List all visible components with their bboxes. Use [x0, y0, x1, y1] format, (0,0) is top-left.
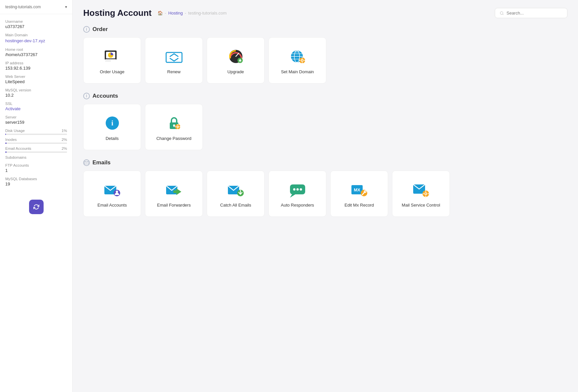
- search-input[interactable]: [506, 11, 562, 16]
- breadcrumb: 🏠 - Hosting - testing-tutorials.com: [158, 11, 227, 16]
- upgrade-icon: [226, 48, 246, 65]
- svg-rect-21: [302, 57, 303, 58]
- svg-rect-59: [425, 191, 426, 192]
- sidebar-mysql-db-label: MySQL Databases: [5, 177, 67, 181]
- svg-text:MX: MX: [354, 187, 360, 192]
- sidebar-webserver-label: Web Server: [5, 75, 67, 79]
- domain-selector-label: testing-tutorials.com: [5, 5, 41, 9]
- catch-all-emails-label: Catch All Emails: [220, 203, 251, 208]
- refresh-button[interactable]: [29, 200, 44, 214]
- card-catch-all-emails[interactable]: Catch All Emails: [207, 171, 265, 217]
- auto-responders-svg: [289, 182, 307, 198]
- breadcrumb-home-icon[interactable]: 🏠: [158, 11, 163, 16]
- svg-point-40: [116, 190, 118, 193]
- sidebar-mysql-db-field: MySQL Databases 19: [5, 177, 67, 186]
- domain-selector-chevron: ▾: [65, 5, 67, 9]
- emails-info-icon: [83, 159, 90, 166]
- order-info-icon: i: [83, 26, 90, 33]
- search-box[interactable]: [495, 8, 567, 18]
- breadcrumb-domain: testing-tutorials.com: [188, 11, 227, 16]
- accounts-section-header: i Accounts: [83, 93, 567, 99]
- card-upgrade[interactable]: Upgrade: [207, 37, 265, 83]
- mail-service-control-svg: [412, 181, 430, 198]
- svg-line-1: [503, 14, 503, 15]
- details-svg: i: [104, 115, 121, 131]
- accounts-section-title: Accounts: [92, 93, 118, 99]
- order-usage-icon: [102, 48, 122, 65]
- sidebar-username-field: Username u3737267: [5, 19, 67, 29]
- sidebar-server-label: Server: [5, 115, 67, 119]
- inodes-label: Inodes: [5, 138, 17, 142]
- card-email-forwarders[interactable]: Email Forwarders: [145, 171, 203, 217]
- order-card-grid: Order Usage Renew: [83, 37, 567, 83]
- card-details[interactable]: i Details: [83, 104, 141, 150]
- sidebar-main-domain-field: Main Domain hostinger-dev-17.xyz: [5, 33, 67, 44]
- sidebar-ip-field: IP address 153.92.6.139: [5, 61, 67, 71]
- sidebar-main-domain-label: Main Domain: [5, 33, 67, 37]
- card-edit-mx-record[interactable]: MX Edit Mx Record: [330, 171, 388, 217]
- sidebar-webserver-value: LiteSpeed: [5, 79, 67, 84]
- order-section: i Order Order Usag: [83, 26, 567, 83]
- disk-usage-section: Disk Usage 1%: [5, 129, 67, 135]
- sidebar-webserver-field: Web Server LiteSpeed: [5, 75, 67, 84]
- sidebar-main-domain-value[interactable]: hostinger-dev-17.xyz: [5, 38, 45, 43]
- sidebar-server-value: server159: [5, 120, 67, 125]
- set-main-domain-icon: www: [288, 48, 307, 65]
- upgrade-label: Upgrade: [228, 69, 244, 74]
- svg-point-58: [425, 193, 426, 194]
- card-mail-service-control[interactable]: Mail Service Control: [392, 171, 450, 217]
- breadcrumb-sep1: -: [165, 11, 166, 16]
- domain-selector[interactable]: testing-tutorials.com ▾: [0, 0, 72, 14]
- catch-all-emails-icon: [226, 181, 246, 198]
- card-order-usage[interactable]: Order Usage: [83, 37, 141, 83]
- sidebar-ssl-label: SSL: [5, 102, 67, 106]
- edit-mx-record-svg: MX: [350, 182, 369, 198]
- edit-mx-record-label: Edit Mx Record: [344, 203, 374, 208]
- breadcrumb-hosting-link[interactable]: Hosting: [168, 11, 183, 16]
- inodes-bar-bg: [5, 143, 67, 144]
- accounts-card-grid: i Details: [83, 104, 567, 150]
- sidebar-ip-label: IP address: [5, 61, 67, 65]
- sidebar-ftp-label: FTP Accounts: [5, 163, 67, 167]
- email-forwarders-svg: [165, 182, 183, 198]
- mail-service-control-label: Mail Service Control: [402, 203, 440, 208]
- set-main-domain-svg: www: [288, 49, 307, 64]
- email-accounts-usage-pct: 2%: [61, 147, 67, 150]
- emails-card-grid: Email Accounts Email Forwarders: [83, 171, 567, 217]
- sidebar-subdomains-field: Subdomains: [5, 155, 67, 159]
- email-forwarders-label: Email Forwarders: [157, 203, 191, 208]
- card-set-main-domain[interactable]: www Set Main Domain: [269, 37, 326, 83]
- sidebar-home-root-value: /home/u3737267: [5, 52, 67, 57]
- svg-rect-22: [302, 62, 303, 63]
- emails-section-title: Emails: [92, 159, 111, 166]
- sidebar-ftp-value: 1: [5, 168, 67, 173]
- card-auto-responders[interactable]: Auto Responders: [269, 171, 326, 217]
- card-email-accounts[interactable]: Email Accounts: [83, 171, 141, 217]
- catch-all-emails-svg: [227, 182, 245, 198]
- svg-point-32: [177, 126, 178, 127]
- sidebar-subdomains-label: Subdomains: [5, 155, 67, 159]
- email-accounts-bar-fill: [5, 151, 7, 153]
- disk-usage-bar-bg: [5, 134, 67, 135]
- order-section-header: i Order: [83, 26, 567, 33]
- email-envelope-icon: [84, 160, 89, 165]
- sidebar-ssl-field: SSL Activate: [5, 102, 67, 111]
- inodes-section: Inodes 2%: [5, 138, 67, 144]
- auto-responders-icon: [288, 181, 307, 198]
- email-accounts-label: Email Accounts: [97, 203, 127, 208]
- svg-point-47: [293, 188, 295, 190]
- sidebar-ssl-activate[interactable]: Activate: [5, 106, 67, 111]
- card-change-password[interactable]: Change Password: [145, 104, 203, 150]
- renew-icon: [164, 48, 184, 65]
- card-renew[interactable]: Renew: [145, 37, 203, 83]
- sidebar-server-field: Server server159: [5, 115, 67, 125]
- svg-point-20: [302, 60, 303, 61]
- inodes-pct: 2%: [61, 138, 67, 142]
- email-accounts-usage-section: Email Accounts 2%: [5, 147, 67, 153]
- disk-usage-label: Disk Usage: [5, 129, 25, 133]
- svg-rect-36: [179, 126, 180, 127]
- emails-section-header: Emails: [83, 159, 567, 166]
- set-main-domain-label: Set Main Domain: [281, 69, 314, 74]
- svg-point-48: [296, 188, 299, 190]
- svg-marker-46: [290, 194, 295, 198]
